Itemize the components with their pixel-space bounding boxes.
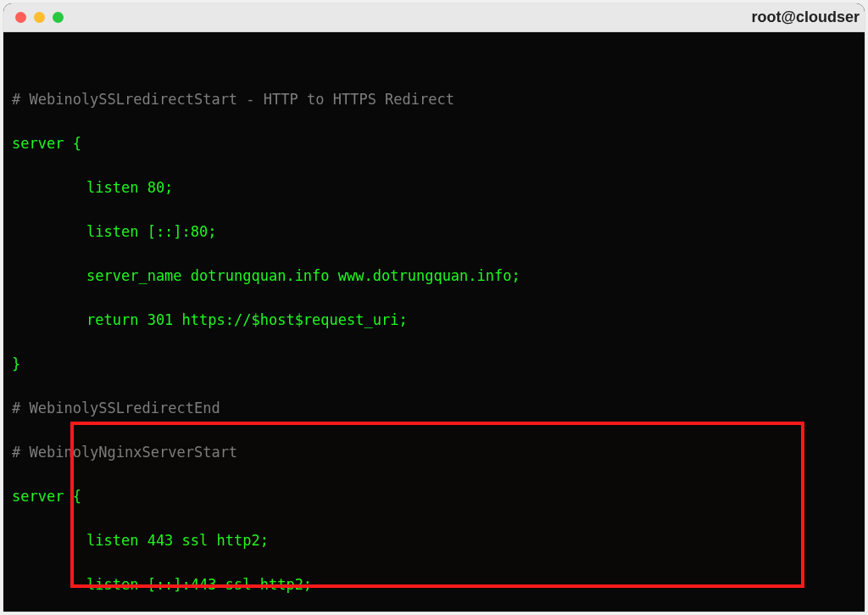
config-line: return 301 https://$host$request_uri;	[12, 309, 408, 331]
titlebar: root@cloudser	[3, 3, 865, 32]
terminal-window: root@cloudser # WebinolySSLredirectStart…	[3, 3, 865, 612]
comment-line: # WebinolySSLredirectStart - HTTP to HTT…	[12, 88, 856, 110]
config-line: server {	[12, 132, 856, 154]
terminal-body[interactable]: # WebinolySSLredirectStart - HTTP to HTT…	[3, 32, 865, 612]
comment-line: # WebinolyNginxServerStart	[12, 441, 856, 463]
config-line: listen [::]:443 ssl http2;	[12, 573, 312, 595]
config-line: server {	[12, 485, 856, 507]
config-line: server_name dotrungquan.info www.dotrung…	[12, 265, 520, 287]
config-line: }	[12, 353, 856, 375]
traffic-lights	[15, 12, 64, 23]
window-title: root@cloudser	[751, 8, 860, 26]
close-icon[interactable]	[15, 12, 26, 23]
minimize-icon[interactable]	[34, 12, 45, 23]
comment-line: # WebinolySSLredirectEnd	[12, 397, 856, 419]
config-line: listen [::]:80;	[12, 221, 217, 243]
config-line: listen 443 ssl http2;	[12, 529, 269, 551]
config-line: listen 80;	[12, 176, 173, 198]
maximize-icon[interactable]	[53, 12, 64, 23]
